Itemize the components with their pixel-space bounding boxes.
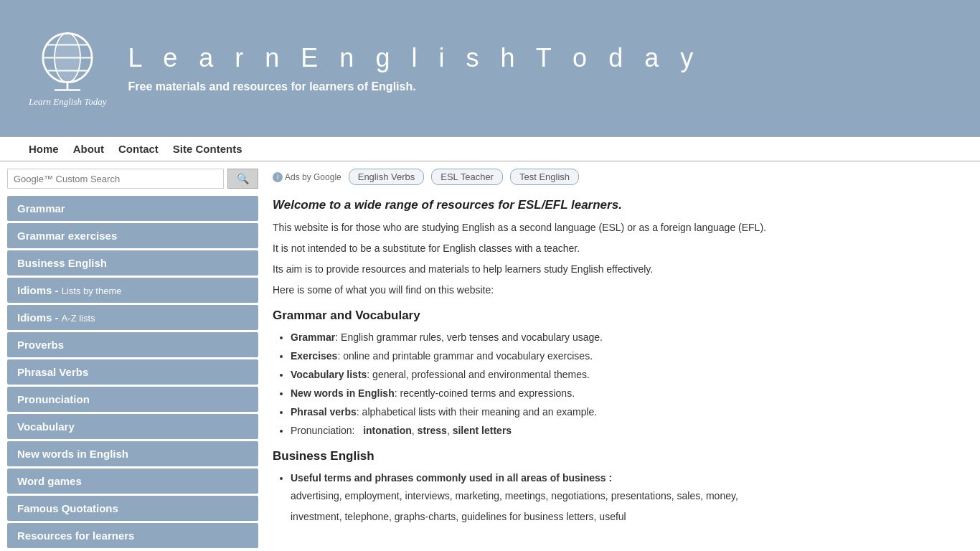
sidebar-item-idioms-theme[interactable]: Idioms - Lists by theme xyxy=(7,278,258,303)
sidebar-item-phrasal-verbs[interactable]: Phrasal Verbs xyxy=(7,359,258,385)
item-bold: Exercises xyxy=(291,350,337,362)
useful-terms-bold: Useful terms and phrases commonly used i… xyxy=(291,472,612,484)
section2-list: Useful terms and phrases commonly used i… xyxy=(273,471,966,524)
nav-about[interactable]: About xyxy=(73,143,104,155)
ad-test-english[interactable]: Test English xyxy=(510,169,579,185)
sidebar-item-proverbs[interactable]: Proverbs xyxy=(7,332,258,357)
sidebar-item-grammar[interactable]: Grammar xyxy=(7,196,258,221)
globe-icon xyxy=(35,29,100,93)
site-subtitle: Free materials and resources for learner… xyxy=(128,80,701,93)
list-item: Vocabulary lists: general, professional … xyxy=(291,367,966,382)
sidebar: 🔍 Grammar Grammar exercises Business Eng… xyxy=(7,169,258,550)
silent-letters-bold: silent letters xyxy=(453,425,512,436)
section1-title: Grammar and Vocabulary xyxy=(273,309,966,323)
stress-bold: stress xyxy=(418,425,447,436)
nav-contact[interactable]: Contact xyxy=(118,143,159,155)
section2-p1: advertising, employment, interviews, mar… xyxy=(291,489,966,504)
list-item: Phrasal verbs: alphabetical lists with t… xyxy=(291,405,966,420)
sidebar-item-pronunciation[interactable]: Pronunciation xyxy=(7,387,258,412)
search-input[interactable] xyxy=(7,169,224,189)
ad-esl-teacher[interactable]: ESL Teacher xyxy=(431,169,503,185)
list-item: Grammar: English grammar rules, verb ten… xyxy=(291,330,966,345)
list-item: New words in English: recently-coined te… xyxy=(291,386,966,401)
site-title: L e a r n E n g l i s h T o d a y xyxy=(128,43,701,73)
item-bold: New words in English xyxy=(291,387,395,399)
main-wrapper: 🔍 Grammar Grammar exercises Business Eng… xyxy=(0,161,980,551)
intro-p3: Its aim is to provide resources and mate… xyxy=(273,262,966,277)
welcome-title: Welcome to a wide range of resources for… xyxy=(273,196,966,215)
ads-label: i Ads by Google xyxy=(273,172,341,182)
sidebar-item-word-games[interactable]: Word games xyxy=(7,468,258,494)
header: Learn English Today L e a r n E n g l i … xyxy=(0,0,980,136)
item-text: : English grammar rules, verb tenses and… xyxy=(335,331,603,343)
logo-area: Learn English Today xyxy=(29,29,107,108)
intro-p1: This website is for those who are studyi… xyxy=(273,220,966,235)
list-item: Useful terms and phrases commonly used i… xyxy=(291,471,966,524)
item-text: : alphabetical lists with their meaning … xyxy=(357,406,597,418)
content-area: i Ads by Google English Verbs ESL Teache… xyxy=(265,169,973,550)
item-text: : recently-coined terms and expressions. xyxy=(395,387,575,399)
item-text: : online and printable grammar and vocab… xyxy=(337,350,593,362)
intro-p2: It is not intended to be a substitute fo… xyxy=(273,241,966,256)
section2-p2: investment, telephone, graphs-charts, gu… xyxy=(291,509,966,524)
ad-english-verbs[interactable]: English Verbs xyxy=(349,169,425,185)
item-bold: Grammar xyxy=(291,331,335,343)
logo-text: Learn English Today xyxy=(29,96,107,108)
sidebar-item-vocabulary[interactable]: Vocabulary xyxy=(7,414,258,439)
sidebar-item-new-words[interactable]: New words in English xyxy=(7,441,258,466)
search-button[interactable]: 🔍 xyxy=(227,169,258,189)
sidebar-item-business-english[interactable]: Business English xyxy=(7,250,258,276)
header-titles: L e a r n E n g l i s h T o d a y Free m… xyxy=(128,43,701,93)
item-text: : general, professional and environmenta… xyxy=(367,369,590,380)
nav-site-contents[interactable]: Site Contents xyxy=(173,143,242,155)
intro-p4: Here is some of what you will find on th… xyxy=(273,283,966,298)
section2-title: Business English xyxy=(273,449,966,463)
list-item-pronunciation: Pronunciation: intonation, stress, silen… xyxy=(291,423,966,438)
item-bold: Vocabulary lists xyxy=(291,369,367,380)
sidebar-item-idioms-az[interactable]: Idioms - A-Z lists xyxy=(7,305,258,330)
pronunciation-bold: intonation xyxy=(363,425,412,436)
section1-list: Grammar: English grammar rules, verb ten… xyxy=(273,330,966,438)
info-icon: i xyxy=(273,172,283,182)
nav-home[interactable]: Home xyxy=(29,143,59,155)
sidebar-item-famous-quotations[interactable]: Famous Quotations xyxy=(7,496,258,521)
ads-bar: i Ads by Google English Verbs ESL Teache… xyxy=(273,169,966,185)
main-nav: Home About Contact Site Contents xyxy=(0,136,980,161)
item-bold: Phrasal verbs xyxy=(291,406,357,418)
search-bar: 🔍 xyxy=(7,169,258,189)
sidebar-item-resources-learners[interactable]: Resources for learners xyxy=(7,523,258,548)
sidebar-item-grammar-exercises[interactable]: Grammar exercises xyxy=(7,223,258,248)
list-item: Exercises: online and printable grammar … xyxy=(291,349,966,364)
